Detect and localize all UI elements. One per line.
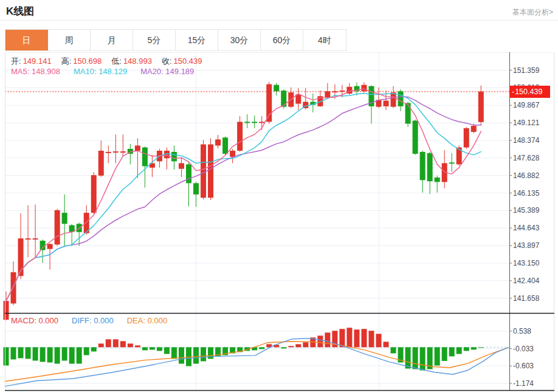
ohlc-value: 148.993: [123, 57, 152, 66]
ma-legend: MA5: 148.908MA10: 148.129MA20: 149.189: [11, 67, 207, 76]
y-axis-tick-label: 149.867: [513, 100, 553, 110]
macd-legend-item: DIFF: 0.000: [72, 316, 114, 325]
ma-legend-item: MA10: 148.129: [74, 67, 127, 76]
y-axis-tick-label: -0.603: [513, 361, 553, 371]
current-price-tag: 150.439: [509, 86, 550, 98]
ohlc-label: 高:: [61, 57, 72, 66]
y-axis-tick-label: 144.643: [513, 223, 553, 233]
y-axis-tick-label: 149.121: [513, 118, 553, 128]
y-axis-tick-label: 148.374: [513, 136, 553, 145]
ohlc-label: 收:: [162, 57, 172, 66]
candlestick-series: [4, 82, 484, 321]
y-axis-tick-label: 142.404: [513, 276, 553, 286]
y-axis-tick-label: 143.150: [513, 258, 553, 268]
y-axis-tick-label: 145.389: [513, 205, 553, 215]
y-axis-tick-label: 147.628: [513, 153, 553, 163]
macd-legend-item: MACD: 0.000: [11, 316, 58, 325]
macd-histogram: [4, 328, 484, 370]
ohlc-label: 开:: [11, 57, 21, 66]
ohlc-value: 150.439: [174, 57, 202, 66]
macd-legend-item: DEA: 0.000: [127, 316, 168, 325]
ohlc-value: 150.698: [73, 57, 102, 66]
macd-legend: MACD: 0.000DIFF: 0.000DEA: 0.000: [11, 316, 181, 325]
y-axis-tick-label: 146.882: [513, 171, 553, 181]
ma-legend-item: MA5: 148.908: [11, 67, 60, 76]
kline-page: K线图 基本面分析> 日周月5分15分30分60分4时 开:149.141高:1…: [0, 0, 558, 392]
ma10-line: [6, 94, 481, 301]
ohlc-label: 低:: [111, 57, 122, 66]
y-axis-tick-label: -0.033: [513, 344, 553, 354]
gridlines: [5, 52, 512, 391]
y-axis-tick-label: 146.135: [513, 188, 553, 198]
y-axis-tick-label: 141.658: [513, 294, 553, 303]
ma20-line: [6, 97, 481, 301]
ohlc-readout: 开:149.141高:150.698低:148.993收:150.439: [11, 56, 212, 67]
ma-legend-item: MA20: 149.189: [140, 67, 194, 76]
y-axis-tick-label: -1.174: [513, 379, 553, 388]
y-axis-tick-label: 151.359: [513, 66, 553, 75]
y-axis-tick-label: 143.897: [513, 241, 553, 250]
y-axis-tick-label: 0.538: [513, 326, 553, 336]
ohlc-value: 149.141: [23, 57, 52, 66]
